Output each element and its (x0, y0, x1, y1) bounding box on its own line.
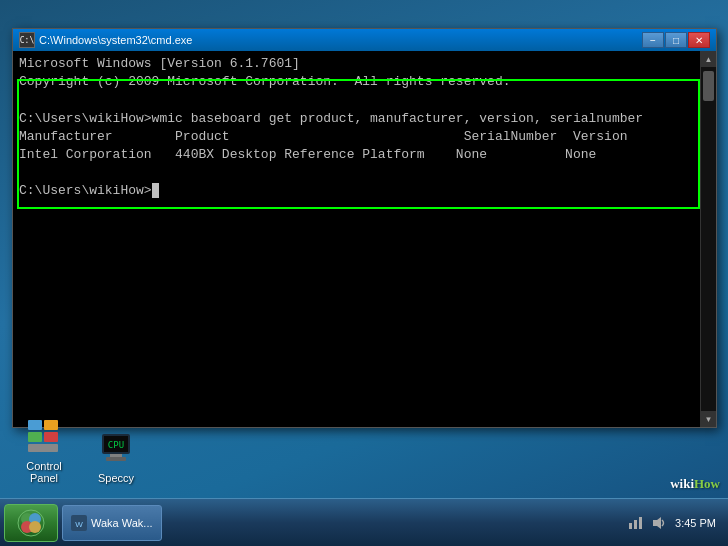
cmd-output: Microsoft Windows [Version 6.1.7601] Cop… (19, 55, 710, 201)
svg-rect-3 (44, 432, 58, 442)
cmd-window-controls: − □ ✕ (642, 32, 710, 48)
svg-rect-18 (634, 520, 637, 529)
maximize-button[interactable]: □ (665, 32, 687, 48)
cmd-line4: C:\Users\wikiHow>wmic baseboard get prod… (19, 111, 643, 126)
cmd-titlebar: C:\ C:\Windows\system32\cmd.exe − □ ✕ (13, 29, 716, 51)
cmd-line5: Manufacturer Product SerialNumber Versio… (19, 129, 628, 144)
cmd-line3 (19, 92, 27, 107)
cursor-block (152, 183, 160, 198)
scroll-down-arrow[interactable]: ▼ (701, 411, 716, 427)
volume-icon (651, 515, 667, 531)
close-button[interactable]: ✕ (688, 32, 710, 48)
cmd-line8: C:\Users\wikiHow> (19, 183, 159, 198)
cmd-line7 (19, 165, 27, 180)
taskbar-right: 3:45 PM (619, 499, 724, 546)
svg-rect-1 (44, 420, 58, 430)
cmd-window: C:\ C:\Windows\system32\cmd.exe − □ ✕ Mi… (12, 28, 717, 428)
svg-rect-9 (106, 457, 126, 461)
desktop-icon-control-panel[interactable]: Control Panel (8, 412, 80, 488)
wikihow-watermark: wikiHow (670, 476, 720, 492)
svg-rect-8 (110, 454, 122, 457)
network-icon (627, 515, 643, 531)
svg-text:W: W (75, 520, 83, 529)
speccy-label: Speccy (98, 472, 134, 484)
taskbar-waka-label: Waka Wak... (91, 517, 153, 529)
cmd-title: C:\Windows\system32\cmd.exe (39, 34, 642, 46)
svg-rect-4 (28, 444, 58, 452)
scrollbar-thumb[interactable] (703, 71, 714, 101)
cmd-line2: Copyright (c) 2009 Microsoft Corporation… (19, 74, 510, 89)
svg-rect-17 (629, 523, 632, 529)
cmd-app-icon: C:\ (19, 32, 35, 48)
svg-rect-0 (28, 420, 42, 430)
cmd-body: Microsoft Windows [Version 6.1.7601] Cop… (13, 51, 716, 427)
wiki-text: wiki (670, 476, 694, 491)
scrollbar-track (701, 67, 716, 411)
minimize-button[interactable]: − (642, 32, 664, 48)
desktop: C:\ C:\Windows\system32\cmd.exe − □ ✕ Mi… (0, 0, 728, 546)
control-panel-icon (24, 416, 64, 456)
svg-rect-2 (28, 432, 42, 442)
svg-point-14 (29, 521, 41, 533)
system-clock: 3:45 PM (675, 517, 716, 529)
cmd-scrollbar[interactable]: ▲ ▼ (700, 51, 716, 427)
svg-text:CPU: CPU (108, 440, 124, 450)
cmd-line1: Microsoft Windows [Version 6.1.7601] (19, 56, 300, 71)
svg-marker-20 (653, 517, 661, 529)
how-text: How (694, 476, 720, 491)
taskbar-item-waka[interactable]: W Waka Wak... (62, 505, 162, 541)
cmd-line6: Intel Corporation 440BX Desktop Referenc… (19, 147, 596, 162)
control-panel-label: Control Panel (12, 460, 76, 484)
scroll-up-arrow[interactable]: ▲ (701, 51, 716, 67)
svg-rect-19 (639, 517, 642, 529)
start-button[interactable] (4, 504, 58, 542)
waka-icon: W (71, 515, 87, 531)
speccy-icon: CPU (96, 428, 136, 468)
desktop-icon-speccy[interactable]: CPU Speccy (80, 424, 152, 488)
taskbar: W Waka Wak... 3:45 PM (0, 498, 728, 546)
